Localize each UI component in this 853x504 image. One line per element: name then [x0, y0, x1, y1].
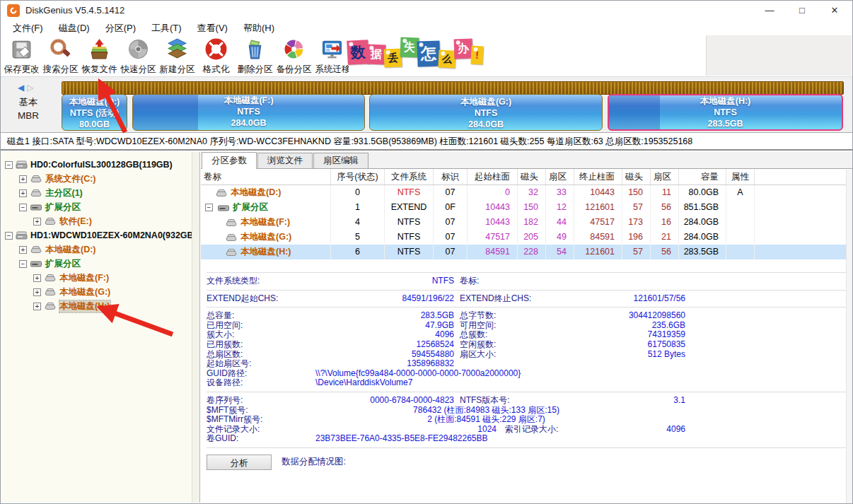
collapse-icon[interactable]: −	[205, 204, 213, 211]
column-header-10[interactable]: 扇区	[651, 169, 679, 184]
menu-item-4[interactable]: 查看(V)	[190, 20, 236, 35]
menu-item-5[interactable]: 帮助(H)	[236, 20, 282, 35]
detail-scrollbar[interactable]	[846, 170, 852, 503]
toolbar-button-search-partition[interactable]: 搜索分区	[41, 35, 80, 76]
table-row-3[interactable]: 本地磁盘(F:)4NTFS0710443182444751717316284.0…	[201, 215, 852, 230]
menu-item-1[interactable]: 磁盘(D)	[51, 20, 98, 35]
tree-item-7[interactable]: +本地磁盘(D:)	[1, 242, 199, 257]
cell-11	[726, 230, 755, 245]
column-header-3[interactable]: 文件系统	[385, 169, 434, 184]
table-row-5[interactable]: 本地磁盘(H:)6NTFS0784591228541216015756283.5…	[201, 245, 852, 259]
row-filler	[755, 215, 852, 230]
expand-icon[interactable]: +	[19, 246, 27, 254]
column-header-6[interactable]: 磁头	[518, 169, 546, 184]
collapse-icon[interactable]: −	[19, 204, 27, 211]
detail-row: 文件记录大小:1024索引记录大小:4096	[207, 425, 685, 435]
column-header-4[interactable]: 标识	[434, 169, 468, 184]
tree-item-6[interactable]: −HD1:WDCWD10EZEX-60M2NA0(932GB)	[1, 228, 199, 242]
toolbar-button-format[interactable]: 格式化	[197, 35, 236, 76]
column-header-8[interactable]: 终止柱面	[574, 169, 622, 184]
toolbar-button-save[interactable]: 保存更改	[2, 35, 41, 76]
column-header-7[interactable]: 扇区	[546, 169, 574, 184]
tree-item-11[interactable]: +本地磁盘(H:)	[1, 299, 199, 313]
partition-block-2[interactable]: 本地磁盘(F:)NTFS284.0GB	[132, 94, 365, 131]
tree-scrollbar[interactable]	[192, 152, 199, 503]
table-row-1[interactable]: 本地磁盘(D:)0NTFS0703233104431501180.0GBA	[201, 185, 852, 200]
minimize-button[interactable]: —	[753, 1, 786, 20]
cell-9: 56	[651, 245, 679, 259]
extended-partition-band[interactable]	[62, 81, 844, 95]
menu-item-3[interactable]: 工具(T)	[144, 20, 190, 35]
cell-5: 150	[518, 200, 546, 215]
cell-6: 33	[546, 185, 574, 200]
cell-3: 07	[434, 185, 468, 200]
expand-icon[interactable]: +	[33, 288, 41, 296]
analyze-button[interactable]: 分析	[207, 455, 272, 470]
banner-char-2: 据	[367, 45, 386, 65]
section-divider	[207, 392, 847, 392]
detail-row: 总扇区数:594554880扇区大小:512 Bytes	[207, 350, 685, 360]
column-header-5[interactable]: 起始柱面	[468, 169, 518, 184]
disk-nav-arrows: ◀▷	[18, 83, 36, 93]
partition-block-1[interactable]: 本地磁盘(D:)NTFS (活动)80.0GB	[62, 94, 127, 131]
column-header-11[interactable]: 容量	[679, 169, 726, 184]
toolbar-button-delete-partition[interactable]: 删除分区	[236, 35, 274, 76]
detail-label: $MFT簇号:	[207, 406, 313, 416]
banner-char-3: 丢	[384, 49, 402, 68]
toolbar-button-recover-files[interactable]: 恢复文件	[80, 35, 119, 76]
tree-item-9[interactable]: +本地磁盘(F:)	[1, 271, 199, 285]
diskgenius-window: DiskGenius V5.4.5.1412 — □ ✕ 文件(F)磁盘(D)分…	[0, 0, 853, 504]
prev-disk-arrow-icon[interactable]: ◀	[18, 83, 27, 93]
next-disk-arrow-icon[interactable]: ▷	[27, 83, 36, 93]
collapse-icon[interactable]: −	[19, 260, 27, 268]
column-header-2[interactable]: 序号(状态)	[331, 169, 385, 184]
collapse-icon[interactable]: −	[5, 161, 13, 169]
collapse-icon[interactable]: −	[5, 232, 13, 240]
expand-icon[interactable]: +	[33, 218, 41, 225]
expand-icon[interactable]: +	[19, 175, 27, 183]
tree-item-4[interactable]: −扩展分区	[1, 200, 199, 214]
column-header-9[interactable]: 磁头	[622, 169, 651, 184]
menu-item-0[interactable]: 文件(F)	[5, 20, 51, 35]
tree-item-2[interactable]: +系统文件(C:)	[1, 172, 199, 186]
expand-icon[interactable]: +	[33, 303, 41, 310]
column-header-1[interactable]: 卷标	[201, 169, 331, 184]
partition-block-4[interactable]: 本地磁盘(H:)NTFS283.5GB	[608, 94, 843, 131]
column-header-12[interactable]: 属性	[726, 169, 755, 184]
cell-4: 47517	[468, 230, 518, 245]
table-row-4[interactable]: 本地磁盘(G:)5NTFS0747517205498459119621284.0…	[201, 230, 852, 245]
tab-1[interactable]: 分区参数	[202, 152, 257, 169]
toolbar-button-quick-partition[interactable]: 快速分区	[119, 35, 158, 76]
maximize-button[interactable]: □	[786, 1, 818, 20]
toolbar-button-backup-partition[interactable]: 备份分区	[274, 35, 313, 76]
tab-3[interactable]: 扇区编辑	[313, 153, 369, 168]
cell-2: NTFS	[385, 245, 434, 259]
partition-detail-panel: 分区参数浏览文件扇区编辑 卷标序号(状态)文件系统标识起始柱面磁头扇区终止柱面磁…	[201, 152, 852, 503]
detail-row: 设备路径:\Device\HarddiskVolume7	[207, 378, 685, 388]
cell-3: 07	[434, 215, 468, 230]
detail-value: 61750835	[563, 340, 685, 350]
tree-item-3[interactable]: +主分区(1)	[1, 186, 199, 200]
tree-item-1[interactable]: −HD0:ColorfulSL300128GB(119GB)	[1, 158, 199, 172]
cell-7: 47517	[574, 215, 622, 230]
detail-row: 起始扇区号:1358968832	[207, 359, 685, 369]
promo-banner[interactable]: 数据丢失怎么办!	[349, 36, 507, 76]
detail-label: 已用簇数:	[207, 340, 313, 350]
toolbar-button-new-partition[interactable]: 新建分区	[158, 35, 197, 76]
expand-icon[interactable]: +	[33, 274, 41, 282]
cell-5: 205	[518, 230, 546, 245]
tree-item-label: 扩展分区	[45, 201, 81, 213]
close-button[interactable]: ✕	[818, 1, 851, 20]
section-divider	[207, 290, 847, 291]
tab-2[interactable]: 浏览文件	[257, 153, 313, 168]
volume-cell: 本地磁盘(F:)	[201, 215, 331, 230]
volume-label: 本地磁盘(F:)	[240, 215, 290, 230]
tree-item-5[interactable]: +软件(E:)	[1, 214, 199, 228]
menu-item-2[interactable]: 分区(P)	[98, 20, 144, 35]
expand-icon[interactable]: +	[19, 189, 27, 197]
tree-item-8[interactable]: −扩展分区	[1, 257, 199, 271]
partition-fs: NTFS (活动)	[62, 107, 127, 119]
table-row-2[interactable]: −扩展分区1EXTEND0F10443150121216015756851.5G…	[201, 200, 852, 215]
partition-block-3[interactable]: 本地磁盘(G:)NTFS284.0GB	[369, 94, 603, 131]
tree-item-10[interactable]: +本地磁盘(G:)	[1, 285, 199, 299]
